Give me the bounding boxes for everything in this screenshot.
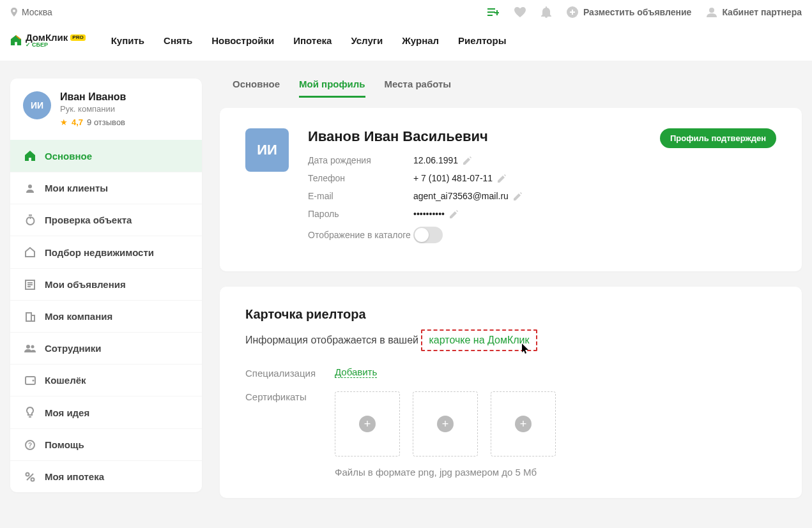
tab-main[interactable]: Основное xyxy=(233,79,280,98)
svg-point-10 xyxy=(32,379,34,381)
sidebar-item-check[interactable]: Проверка объекта xyxy=(10,204,202,236)
house-search-icon xyxy=(24,246,36,258)
profile-card: ИИ Иванов Иван Васильевич Дата рождения … xyxy=(220,108,802,271)
user-icon xyxy=(707,7,717,17)
svg-text:?: ? xyxy=(28,442,32,449)
realtor-card-block: Карточка риелтора Информация отображаетс… xyxy=(220,287,802,498)
logo[interactable]: ДомКликPRO ✓СБЕР xyxy=(10,33,86,48)
password-label: Пароль xyxy=(308,209,413,219)
svg-point-2 xyxy=(28,185,32,188)
sidebar-item-label: Помощь xyxy=(45,439,84,450)
tab-workplaces[interactable]: Места работы xyxy=(385,79,452,98)
partner-cabinet-label: Кабинет партнера xyxy=(722,7,802,17)
reviews-link[interactable]: 9 отзывов xyxy=(87,117,125,127)
nav-journal[interactable]: Журнал xyxy=(402,35,439,46)
check-icon: ✓ xyxy=(26,42,31,48)
bell-icon[interactable] xyxy=(541,6,551,18)
logo-sber: СБЕР xyxy=(32,42,48,48)
sidebar: ИИ Иван Иванов Рук. компании ★ 4,7 9 отз… xyxy=(10,79,202,492)
nav-services[interactable]: Услуги xyxy=(351,35,383,46)
list-icon xyxy=(24,280,36,290)
svg-point-14 xyxy=(31,478,34,481)
profile-avatar: ИИ xyxy=(245,128,289,172)
svg-point-7 xyxy=(26,345,30,349)
sidebar-item-mortgage[interactable]: Моя ипотека xyxy=(10,460,202,492)
spec-label: Специализация xyxy=(245,366,335,379)
timer-icon xyxy=(24,215,36,225)
sidebar-role: Рук. компании xyxy=(60,104,126,114)
catalog-toggle[interactable] xyxy=(413,227,443,243)
star-icon: ★ xyxy=(60,117,68,127)
plus-circle-icon xyxy=(567,6,578,18)
partner-cabinet-link[interactable]: Кабинет партнера xyxy=(707,7,802,17)
sidebar-item-ads[interactable]: Мои объявления xyxy=(10,268,202,300)
verified-badge: Профиль подтвержден xyxy=(660,128,776,148)
logo-pro: PRO xyxy=(70,34,85,41)
city-name: Москва xyxy=(22,7,52,17)
sidebar-item-label: Проверка объекта xyxy=(45,215,132,225)
logo-icon xyxy=(10,34,22,46)
svg-point-1 xyxy=(709,8,714,13)
dob-value: 12.06.1991 xyxy=(413,155,458,165)
post-ad-link[interactable]: Разместить объявление xyxy=(567,6,691,18)
password-value: •••••••••• xyxy=(413,209,445,219)
home-icon xyxy=(24,150,36,162)
wallet-icon xyxy=(24,376,36,385)
compare-icon[interactable] xyxy=(487,8,499,17)
email-label: E-mail xyxy=(308,191,413,201)
cert-upload-1[interactable]: + xyxy=(335,391,400,456)
sidebar-username: Иван Иванов xyxy=(60,91,126,103)
nav-new[interactable]: Новостройки xyxy=(211,35,274,46)
rating-value: 4,7 xyxy=(72,117,83,127)
building-icon xyxy=(24,312,36,322)
logo-name: ДомКлик xyxy=(26,33,68,42)
edit-email-icon[interactable] xyxy=(514,192,522,200)
city-selector[interactable]: Москва xyxy=(10,7,52,17)
sidebar-item-idea[interactable]: Моя идея xyxy=(10,396,202,428)
sidebar-item-label: Моя ипотека xyxy=(45,471,104,482)
catalog-label: Отображение в каталоге xyxy=(308,230,413,240)
sidebar-item-label: Подбор недвижимости xyxy=(45,247,154,258)
edit-dob-icon[interactable] xyxy=(463,156,471,165)
person-icon xyxy=(24,183,36,193)
sidebar-item-main[interactable]: Основное xyxy=(10,140,202,172)
percent-icon xyxy=(24,472,36,482)
bulb-icon xyxy=(24,407,36,418)
realtor-card-title: Карточка риелтора xyxy=(245,307,776,322)
sidebar-item-label: Мои клиенты xyxy=(45,183,108,193)
nav-realtors[interactable]: Риелторы xyxy=(458,35,506,46)
sidebar-item-staff[interactable]: Сотрудники xyxy=(10,332,202,364)
domclick-card-link[interactable]: карточке на ДомКлик xyxy=(429,335,529,345)
pin-icon xyxy=(10,8,18,17)
sidebar-item-search[interactable]: Подбор недвижимости xyxy=(10,236,202,268)
phone-value: + 7 (101) 481-07-11 xyxy=(413,173,493,183)
cert-hint: Файлы в формате png, jpg размером до 5 М… xyxy=(335,467,776,478)
svg-rect-6 xyxy=(31,315,34,321)
sidebar-item-label: Мои объявления xyxy=(45,279,126,290)
email-value: agent_ai73563@mail.ru xyxy=(413,191,509,201)
sidebar-item-label: Сотрудники xyxy=(45,343,101,354)
cert-upload-2[interactable]: + xyxy=(413,391,478,456)
profile-fullname: Иванов Иван Васильевич xyxy=(308,128,641,145)
edit-phone-icon[interactable] xyxy=(498,174,506,183)
cursor-icon xyxy=(522,343,530,354)
add-spec-link[interactable]: Добавить xyxy=(335,366,377,378)
sidebar-item-label: Моя идея xyxy=(45,407,89,418)
phone-label: Телефон xyxy=(308,173,413,183)
edit-password-icon[interactable] xyxy=(450,210,458,218)
nav-mortgage[interactable]: Ипотека xyxy=(293,35,332,46)
plus-icon: + xyxy=(359,416,376,432)
sidebar-item-help[interactable]: ? Помощь xyxy=(10,428,202,460)
tab-profile[interactable]: Мой профиль xyxy=(299,79,365,98)
cert-upload-3[interactable]: + xyxy=(491,391,556,456)
svg-point-13 xyxy=(26,472,29,476)
sidebar-item-clients[interactable]: Мои клиенты xyxy=(10,172,202,204)
plus-icon: + xyxy=(437,416,454,432)
nav-buy[interactable]: Купить xyxy=(111,35,144,46)
sidebar-item-label: Основное xyxy=(45,151,92,162)
sidebar-item-company[interactable]: Моя компания xyxy=(10,300,202,332)
plus-icon: + xyxy=(515,416,532,432)
nav-rent[interactable]: Снять xyxy=(164,35,192,46)
heart-icon[interactable] xyxy=(514,7,526,17)
sidebar-item-wallet[interactable]: Кошелёк xyxy=(10,364,202,396)
